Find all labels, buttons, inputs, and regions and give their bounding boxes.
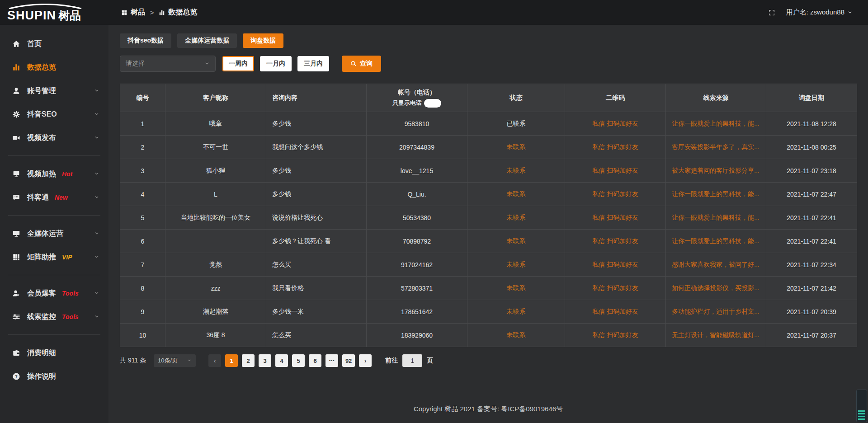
cell-date: 2021-11-07 22:34 — [766, 253, 857, 277]
tab[interactable]: 抖音seo数据 — [120, 33, 171, 48]
sidebar-item[interactable]: 操作说明 — [0, 365, 108, 388]
cell-qr-link[interactable]: 私信 扫码加好友 — [565, 253, 666, 277]
filter-select-value: 请选择 — [126, 60, 145, 68]
chevron-down-icon — [94, 254, 99, 260]
cell-status: 未联系 — [467, 277, 565, 300]
cell-number: 7 — [120, 253, 165, 277]
sidebar-item-label: 抖客通 — [27, 193, 49, 202]
page-button[interactable]: 92 — [342, 354, 355, 367]
cell-source-link[interactable]: 多功能护栏灯，适用于乡村文... — [666, 300, 766, 324]
chevron-down-icon — [94, 171, 99, 177]
cell-qr-link[interactable]: 私信 扫码加好友 — [565, 206, 666, 230]
page-button[interactable]: 2 — [242, 354, 255, 367]
prev-page-button[interactable]: ‹ — [208, 354, 221, 367]
range-button[interactable]: 一月内 — [260, 56, 292, 71]
sidebar-item[interactable]: 矩阵助推 VIP — [0, 246, 108, 268]
table-header-row: 编号 客户昵称 咨询内容 帐号（电话） 只显示电话 状态 二维码 线索来源 询盘… — [120, 84, 857, 112]
tab[interactable]: 询盘数据 — [243, 33, 283, 48]
search-button[interactable]: 查询 — [342, 56, 381, 72]
cell-source-link[interactable]: 让你一眼就爱上的黑科技，能... — [666, 206, 766, 230]
fullscreen-icon[interactable] — [768, 9, 775, 16]
floating-widget-thumbnail[interactable] — [856, 390, 867, 422]
brand-logo[interactable]: SHUPIN 树品 — [0, 4, 108, 22]
pagination: 共 911 条 10条/页 ‹ 1 2 3 4 5 6 ••• 92 — [120, 354, 857, 367]
sidebar-item-badge: VIP — [62, 254, 72, 261]
next-page-button[interactable]: › — [359, 354, 372, 367]
breadcrumb-item-root[interactable]: 树品 — [131, 8, 145, 17]
chart-icon — [159, 9, 165, 16]
cell-qr-link[interactable]: 私信 扫码加好友 — [565, 159, 666, 183]
member-icon — [12, 289, 20, 297]
sidebar-item[interactable]: 数据总览 — [0, 56, 108, 79]
cell-qr-link[interactable]: 私信 扫码加好友 — [565, 324, 666, 347]
table-row: 1 哦章 多少钱 9583810 已联系 私信 扫码加好友 让你一眼就爱上的黑科… — [120, 112, 857, 136]
search-icon — [350, 61, 357, 67]
page-size-select[interactable]: 10条/页 — [154, 354, 196, 367]
range-button[interactable]: 一周内 — [222, 56, 254, 71]
phone-only-toggle[interactable] — [424, 99, 441, 108]
cell-date: 2021-11-08 00:25 — [766, 136, 857, 159]
cell-status: 未联系 — [467, 159, 565, 183]
sidebar-item[interactable]: 视频加热 Hot — [0, 163, 108, 185]
cell-source-link[interactable]: 让你一眼就爱上的黑科技，能... — [666, 112, 766, 136]
cell-source-link[interactable]: 让你一眼就爱上的黑科技，能... — [666, 230, 766, 253]
page-footer: Copyright 树品 2021 备案号: 粤ICP备09019646号 — [120, 395, 857, 423]
app-icon — [121, 9, 127, 16]
cell-nickname: 当地比较能吃的一位美女 — [165, 206, 266, 230]
cell-qr-link[interactable]: 私信 扫码加好友 — [565, 300, 666, 324]
page-button[interactable]: 4 — [275, 354, 288, 367]
breadcrumb-item-current: 数据总览 — [168, 8, 197, 17]
cell-number: 3 — [120, 159, 165, 183]
cell-content: 多少钱？让我死心 看 — [266, 230, 367, 253]
user-menu[interactable]: 用户名: zswodun88 — [786, 8, 853, 17]
sidebar-item[interactable]: 账号管理 — [0, 80, 108, 102]
cell-number: 1 — [120, 112, 165, 136]
sidebar-item[interactable]: 视频发布 — [0, 127, 108, 149]
chevron-down-icon — [94, 314, 99, 320]
cell-source-link[interactable]: 让你一眼就爱上的黑科技，能... — [666, 183, 766, 206]
search-button-label: 查询 — [360, 60, 373, 68]
cell-nickname: zzz — [165, 277, 266, 300]
cell-source-link[interactable]: 客厅安装投影半年多了，真实... — [666, 136, 766, 159]
sidebar-item[interactable]: 线索监控 Tools — [0, 306, 108, 328]
table-row: 10 36度 8 怎么买 183929060 未联系 私信 扫码加好友 无主灯设… — [120, 324, 857, 347]
cell-qr-link[interactable]: 私信 扫码加好友 — [565, 136, 666, 159]
sidebar-item-label: 操作说明 — [27, 372, 56, 381]
cell-source-link[interactable]: 被大家追着问的客厅投影分享... — [666, 159, 766, 183]
goto-page-input[interactable] — [402, 354, 422, 367]
filter-select[interactable]: 请选择 — [120, 56, 216, 72]
inquiry-table: 编号 客户昵称 咨询内容 帐号（电话） 只显示电话 状态 二维码 线索来源 询盘… — [120, 84, 857, 347]
cell-qr-link[interactable]: 私信 扫码加好友 — [565, 277, 666, 300]
sidebar-item[interactable]: 全媒体运营 — [0, 222, 108, 245]
chevron-down-icon — [847, 10, 853, 15]
sidebar-item[interactable]: 首页 — [0, 33, 108, 55]
page-size-value: 10条/页 — [158, 357, 178, 365]
table-row: 2 不可一世 我想问这个多少钱 2097344839 未联系 私信 扫码加好友 … — [120, 136, 857, 159]
cell-qr-link[interactable]: 私信 扫码加好友 — [565, 230, 666, 253]
cell-source-link[interactable]: 感谢大家喜欢我家，被问了好... — [666, 253, 766, 277]
chevron-down-icon — [94, 112, 99, 117]
logo-arc — [7, 4, 83, 9]
page-button[interactable]: 3 — [259, 354, 271, 367]
sidebar-item[interactable]: 抖客通 New — [0, 186, 108, 209]
col-account: 帐号（电话） 只显示电话 — [367, 84, 467, 112]
cell-nickname: 觉然 — [165, 253, 266, 277]
page-button[interactable]: 6 — [309, 354, 321, 367]
sidebar-item[interactable]: 抖音SEO — [0, 103, 108, 126]
cell-qr-link[interactable]: 私信 扫码加好友 — [565, 183, 666, 206]
data-tabs: 抖音seo数据 全媒体运营数据 询盘数据 — [120, 33, 857, 48]
chevron-down-icon — [204, 61, 210, 66]
page-button[interactable]: 5 — [292, 354, 305, 367]
page-button[interactable]: 1 — [225, 354, 238, 367]
chevron-down-icon — [94, 195, 99, 200]
phone-toggle-label: 只显示电话 — [392, 99, 422, 107]
gear-icon — [12, 110, 20, 118]
sidebar-item[interactable]: 消费明细 — [0, 342, 108, 364]
tab[interactable]: 全媒体运营数据 — [177, 33, 237, 48]
cell-qr-link[interactable]: 私信 扫码加好友 — [565, 112, 666, 136]
cell-source-link[interactable]: 无主灯设计，智能磁吸轨道灯... — [666, 324, 766, 347]
cell-source-link[interactable]: 如何正确选择投影仪，买投影... — [666, 277, 766, 300]
sidebar-item[interactable]: 会员爆客 Tools — [0, 282, 108, 305]
page-button[interactable]: ••• — [326, 354, 338, 367]
range-button[interactable]: 三月内 — [297, 56, 329, 71]
